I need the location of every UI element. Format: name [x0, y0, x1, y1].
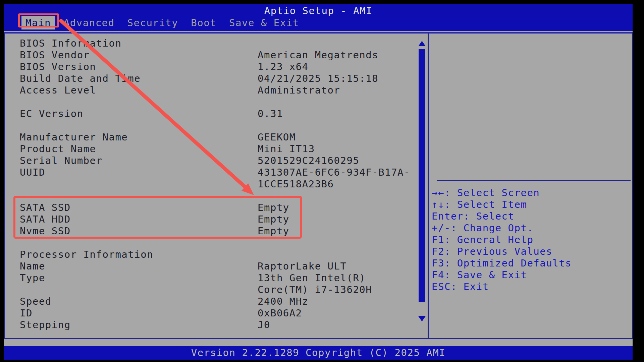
info-value: 5201529C24160295 [258, 155, 359, 166]
info-row: SteppingJ0 [20, 319, 428, 331]
info-row: BIOS VendorAmerican Megatrends [20, 49, 428, 61]
header-bar: Aptio Setup - AMI Main Advanced Security… [4, 4, 633, 31]
info-row: Type13th Gen Intel(R) [20, 272, 428, 284]
scroll-up-icon[interactable] [418, 41, 426, 46]
annotation-box-storage-rows [13, 196, 302, 239]
info-value: Administrator [258, 84, 340, 96]
info-label: BIOS Information [20, 38, 258, 49]
info-value: 431307AE-6FC6-934F-B17A- [258, 167, 410, 178]
info-label: Processor Information [20, 249, 258, 260]
scrollbar[interactable] [418, 41, 426, 329]
menu-tab[interactable]: Advanced [60, 16, 119, 29]
info-label: Build Date and Time [20, 73, 258, 84]
scrollbar-thumb[interactable] [419, 49, 425, 302]
info-row [20, 237, 428, 249]
info-label: Speed [20, 296, 258, 307]
key-help-item: ESC: Exit [432, 281, 572, 293]
info-value: Mini IT13 [258, 143, 315, 155]
info-value: 0.31 [258, 108, 283, 119]
info-value: 13th Gen Intel(R) [258, 272, 366, 284]
menu-tab[interactable]: Security [123, 16, 182, 29]
info-value: 04/21/2025 15:15:18 [258, 73, 378, 84]
key-help-item: F4: Save & Exit [432, 269, 572, 281]
info-row [20, 96, 428, 108]
info-label: ID [20, 307, 258, 319]
info-row: Manufacturer NameGEEKOM [20, 131, 428, 143]
info-label: UUID [20, 167, 258, 178]
info-label: Manufacturer Name [20, 131, 258, 143]
key-help-list: →←: Select Screen ↑↓: Select Item Enter:… [432, 187, 572, 293]
key-help-item: ↑↓: Select Item [432, 199, 572, 210]
info-row: Access LevelAdministrator [20, 84, 428, 96]
menu-tab[interactable]: Boot [187, 16, 220, 29]
info-row: EC Version0.31 [20, 108, 428, 120]
info-value: GEEKOM [258, 131, 296, 143]
info-label: BIOS Vendor [20, 49, 258, 61]
key-help-item: F2: Previous Values [432, 246, 572, 257]
key-help-item: F1: General Help [432, 234, 572, 246]
info-rows: BIOS Information BIOS VendorAmerican Meg… [5, 34, 428, 331]
bios-setup-screen: Aptio Setup - AMI Main Advanced Security… [0, 0, 644, 362]
info-value: Core(TM) i7-13620H [258, 284, 372, 295]
menu-tab[interactable]: Save & Exit [225, 16, 303, 29]
info-row: NameRaptorLake ULT [20, 260, 428, 272]
info-row: Speed2400 MHz [20, 296, 428, 307]
annotation-box-main-tab [18, 13, 59, 27]
info-row: BIOS Information [20, 38, 428, 49]
help-divider [437, 180, 631, 181]
info-value: 1.23 x64 [258, 61, 309, 72]
info-value: RaptorLake ULT [258, 260, 346, 272]
info-panel: BIOS Information BIOS VendorAmerican Meg… [5, 34, 429, 338]
info-label: Serial Number [20, 155, 258, 167]
info-value: J0 [258, 319, 270, 330]
help-panel: →←: Select Screen ↑↓: Select Item Enter:… [430, 34, 632, 338]
info-row: BIOS Version1.23 x64 [20, 61, 428, 73]
key-help-item: Enter: Select [432, 210, 572, 222]
menu-bar: Main Advanced Security Boot Save & Exit [21, 16, 308, 29]
info-row: Processor Information [20, 249, 428, 260]
info-label: Name [20, 260, 258, 272]
content-area: BIOS Information BIOS VendorAmerican Meg… [4, 31, 633, 346]
info-label: Access Level [20, 84, 258, 96]
info-label: Type [20, 272, 258, 284]
info-row: Build Date and Time04/21/2025 15:15:18 [20, 73, 428, 84]
key-help-item: F3: Optimized Defaults [432, 257, 572, 269]
info-row: Product NameMini IT13 [20, 143, 428, 155]
key-help-item: +/-: Change Opt. [432, 222, 572, 234]
info-label: EC Version [20, 108, 258, 120]
info-row: Core(TM) i7-13620H [20, 284, 428, 296]
info-row: UUID431307AE-6FC6-934F-B17A- [20, 167, 428, 178]
info-row: Serial Number5201529C24160295 [20, 155, 428, 167]
key-help-item: →←: Select Screen [432, 187, 572, 199]
info-value: 0xB06A2 [258, 307, 302, 319]
content-box: BIOS Information BIOS VendorAmerican Meg… [4, 32, 633, 339]
scroll-down-icon[interactable] [418, 316, 426, 321]
info-label: Stepping [20, 319, 258, 331]
info-value: 1CCE518A23B6 [258, 178, 334, 190]
info-value: American Megatrends [258, 49, 378, 61]
info-row: 1CCE518A23B6 [20, 178, 428, 190]
info-label: Product Name [20, 143, 258, 155]
info-row: ID0xB06A2 [20, 307, 428, 319]
info-row [20, 120, 428, 131]
info-label: BIOS Version [20, 61, 258, 73]
info-value: 2400 MHz [258, 296, 309, 307]
page-title: Aptio Setup - AMI [4, 5, 633, 16]
footer-bar: Version 2.22.1289 Copyright (C) 2025 AMI [4, 346, 633, 360]
